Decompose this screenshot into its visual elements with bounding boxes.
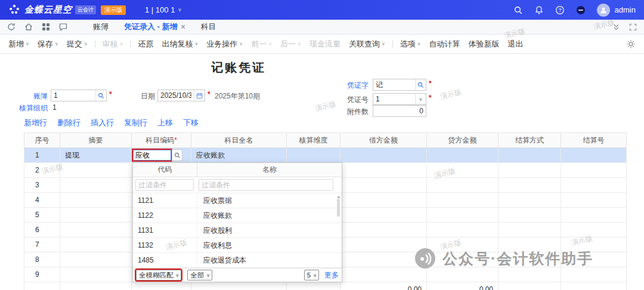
home-icon[interactable] (24, 23, 33, 31)
toolbar-separator (130, 41, 131, 48)
voucher-word-label[interactable]: 凭证字 (334, 81, 369, 91)
list-item[interactable]: 1122 应收账款 (133, 208, 342, 223)
settings-gear-icon[interactable] (626, 39, 636, 49)
username-label: admin (615, 5, 636, 14)
required-star: * (208, 90, 210, 98)
col-header-settle-method: 结算方式 (499, 133, 561, 148)
date-label: 日期 (129, 91, 155, 101)
col-header-debit: 借方金额 (340, 133, 427, 148)
chevron-down-icon: ∨ (176, 273, 179, 278)
lookup-header-row: 代码 名称 (133, 163, 342, 177)
voucher-title: 记账凭证 (0, 60, 477, 76)
attachment-input[interactable] (373, 107, 426, 115)
move-down-link[interactable]: 下移 (183, 118, 199, 128)
business-ops-button[interactable]: 业务操作∨ (206, 39, 243, 50)
page-size-select[interactable]: 5 ∨ (304, 270, 319, 280)
person-icon (599, 6, 608, 14)
list-item[interactable]: 1485 应收退货成本 (133, 253, 342, 268)
tab-accounts[interactable]: 科目 (193, 20, 224, 34)
brand-sub-badge: 云会计 (75, 5, 96, 14)
search-icon[interactable] (415, 79, 426, 90)
date-input[interactable] (158, 91, 194, 100)
user-avatar[interactable] (597, 4, 610, 17)
col-header-credit: 贷方金额 (427, 133, 499, 148)
add-row-link[interactable]: 新增行 (24, 118, 47, 128)
voucher-no-input[interactable] (373, 95, 415, 103)
chevron-down-icon[interactable]: ∨ (415, 94, 426, 104)
insert-row-link[interactable]: 插入行 (91, 118, 114, 128)
notification-bell-icon[interactable] (534, 5, 544, 15)
search-icon[interactable] (95, 90, 106, 101)
chevron-down-icon: ∨ (206, 273, 210, 278)
new-version-button[interactable]: 体验新版 (469, 39, 500, 50)
new-button[interactable]: 新增∨ (8, 39, 29, 50)
more-link[interactable]: 更多 (324, 270, 339, 280)
match-mode-select[interactable]: 全模糊匹配 ∨ (136, 270, 181, 280)
col-header-seq: 序号 (24, 133, 60, 148)
chevron-down-icon: ∨ (120, 41, 123, 47)
chevron-down-icon: ∨ (84, 41, 88, 47)
period-label: 2025年第10期 (215, 91, 260, 101)
name-filter-input[interactable] (199, 179, 333, 191)
account-lookup-dropdown: 代码 名称 1121 应收票据 1122 应收账款 1131 应收股利 1132… (132, 162, 342, 282)
collapse-tabs-icon[interactable] (612, 23, 620, 31)
fullscreen-icon[interactable] (629, 23, 637, 31)
delete-row-link[interactable]: 删除行 (57, 118, 80, 128)
book-field (51, 90, 107, 101)
tab-voucher-entry-new[interactable]: 凭证录入 - 新增 × (116, 20, 193, 34)
related-query-button[interactable]: 关联查询∨ (349, 39, 385, 50)
kingdee-logo-icon (8, 4, 20, 16)
scrollbar-thumb[interactable] (337, 199, 340, 217)
voucher-word-input[interactable] (373, 81, 415, 89)
move-up-link[interactable]: 上移 (157, 118, 173, 128)
account-switcher[interactable]: 1 | 100 1 ∨ (145, 5, 181, 14)
auto-calc-button[interactable]: 自动计算 (429, 39, 460, 50)
next-button[interactable]: 后一∨ (280, 39, 301, 50)
minimize-icon[interactable] (576, 5, 586, 15)
lookup-code-header: 代码 (133, 163, 197, 177)
scroll-up-icon[interactable] (337, 196, 340, 198)
list-item[interactable]: 1132 应收利息 (133, 238, 342, 253)
book-input[interactable] (51, 91, 95, 100)
summary-cell[interactable]: 提现 (60, 148, 132, 163)
annotation-red-box (133, 150, 171, 161)
copy-row-link[interactable]: 复制行 (124, 118, 147, 128)
lookup-name-header: 名称 (197, 163, 342, 177)
org-label[interactable]: 核算组织 (17, 103, 48, 113)
apps-grid-icon[interactable] (42, 23, 50, 31)
search-icon[interactable] (172, 149, 182, 161)
tab-ledger[interactable]: 账簿 (85, 20, 116, 34)
close-icon[interactable]: × (181, 23, 185, 31)
chevron-down-icon: ∨ (298, 41, 301, 47)
exit-button[interactable]: 退出 (508, 39, 524, 50)
submit-button[interactable]: 提交∨ (67, 39, 88, 50)
scope-select[interactable]: 全部 ∨ (187, 270, 212, 280)
audit-button[interactable]: 审核∨ (103, 39, 123, 50)
cash-flow-button[interactable]: 现金流量 (309, 39, 340, 50)
required-star: * (429, 79, 432, 88)
chevron-down-icon: ∨ (417, 41, 421, 47)
account-name-cell[interactable]: 应收账款 (191, 148, 287, 163)
required-star: * (109, 90, 112, 98)
refresh-icon[interactable] (7, 23, 16, 31)
demo-version-badge: 演示版 (101, 5, 126, 15)
list-item[interactable]: 1131 应收股利 (133, 223, 342, 238)
list-item[interactable]: 1121 应收票据 (133, 193, 342, 208)
save-button[interactable]: 保存∨ (38, 39, 58, 50)
book-label[interactable]: 账簿 (17, 91, 48, 101)
voucher-no-field: ∨ (373, 93, 426, 105)
scrollbar[interactable] (336, 195, 341, 269)
voucher-word-field (373, 79, 426, 91)
search-icon[interactable] (513, 5, 523, 15)
restore-button[interactable]: 还原 (138, 39, 153, 50)
message-icon[interactable] (59, 23, 67, 31)
cashier-review-button[interactable]: 出纳复核∨ (162, 39, 198, 50)
help-icon[interactable]: ? (555, 5, 565, 15)
previous-button[interactable]: 前一∨ (251, 39, 272, 50)
table-row: 1 提现 应收账款 (24, 148, 627, 163)
account-code-cell[interactable] (132, 148, 191, 163)
account-code-input[interactable] (133, 150, 171, 161)
calendar-icon[interactable] (194, 90, 205, 101)
code-filter-input[interactable] (135, 179, 194, 191)
options-button[interactable]: 选项∨ (400, 39, 421, 50)
